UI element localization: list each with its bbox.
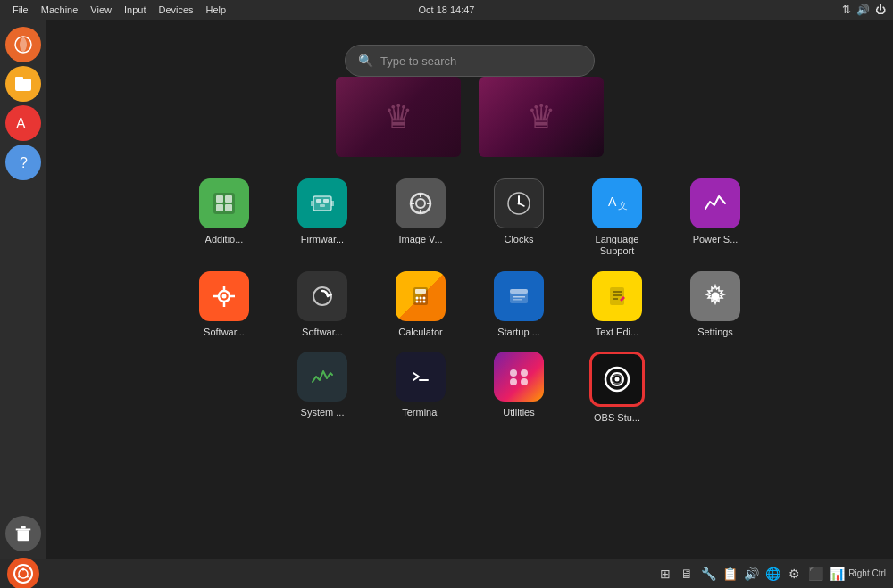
firmware-icon — [297, 178, 347, 228]
ubuntu-logo[interactable] — [7, 558, 39, 589]
tray-icon-2[interactable]: 🖥 — [677, 564, 697, 584]
language-icon: A 文 — [592, 178, 642, 228]
app-firmware[interactable]: Firmwar... — [287, 178, 358, 257]
recent-thumb-1[interactable]: ♛ — [336, 77, 461, 157]
obs-label: OBS Stu... — [594, 412, 640, 423]
tray-icon-4[interactable]: 📋 — [720, 564, 739, 584]
tray-icon-5[interactable]: 🔊 — [741, 564, 761, 584]
svg-point-42 — [423, 297, 426, 300]
app-systemmonitor[interactable]: System ... — [287, 352, 358, 423]
svg-rect-9 — [216, 195, 223, 203]
svg-point-62 — [615, 377, 620, 382]
svg-rect-39 — [415, 289, 426, 294]
svg-point-59 — [521, 378, 528, 385]
menu-help[interactable]: Help — [201, 3, 232, 17]
crown-icon-1: ♛ — [384, 98, 413, 136]
svg-point-28 — [518, 203, 521, 205]
top-clock: Oct 18 14:47 — [419, 4, 475, 15]
app-terminal[interactable]: Terminal — [385, 352, 456, 423]
tray-icon-7[interactable]: ⚙ — [784, 564, 804, 584]
power-icon-app — [690, 178, 740, 228]
right-ctrl-label: Right Ctrl — [848, 568, 886, 578]
sidebar-app-appstore[interactable]: A — [5, 105, 41, 141]
menu-view[interactable]: View — [85, 3, 117, 17]
sidebar-app-firefox[interactable] — [5, 27, 41, 62]
software-update-icon — [297, 271, 347, 321]
thumb-bg-2: ♛ — [479, 77, 604, 157]
svg-text:A: A — [16, 116, 26, 131]
obs-icon — [589, 352, 645, 407]
search-bar[interactable]: 🔍 Type to search — [345, 45, 595, 77]
app-software-props[interactable]: Softwar... — [188, 271, 260, 337]
svg-rect-12 — [225, 204, 232, 211]
app-obs[interactable]: OBS Stu... — [581, 352, 653, 423]
tray-icon-3[interactable]: 🔧 — [698, 564, 718, 584]
svg-rect-11 — [216, 204, 223, 211]
terminal-label: Terminal — [402, 407, 439, 418]
sidebar-app-files[interactable] — [5, 66, 41, 102]
volume-icon[interactable]: 🔊 — [856, 4, 870, 16]
power-icon[interactable]: ⏻ — [875, 4, 886, 16]
svg-point-65 — [22, 567, 25, 570]
svg-point-67 — [18, 575, 21, 577]
app-calculator[interactable]: Calculator — [385, 271, 456, 337]
tray-icon-9[interactable]: 📊 — [827, 564, 847, 584]
app-clocks[interactable]: Clocks — [483, 178, 555, 257]
app-settings[interactable]: Settings — [680, 271, 751, 337]
menu-machine[interactable]: Machine — [36, 3, 84, 17]
svg-text:?: ? — [20, 155, 28, 170]
svg-rect-6 — [16, 529, 31, 531]
menu-file[interactable]: File — [7, 3, 34, 17]
bottom-taskbar: ⊞ 🖥 🔧 📋 🔊 🌐 ⚙ ⬛ 📊 Right Ctrl — [0, 559, 893, 588]
svg-point-32 — [222, 294, 227, 299]
crown-icon-2: ♛ — [527, 98, 555, 136]
app-power[interactable]: Power S... — [680, 178, 751, 257]
svg-point-66 — [26, 575, 29, 577]
menu-input[interactable]: Input — [119, 3, 151, 17]
calculator-label: Calculator — [398, 327, 443, 337]
software-props-icon — [199, 271, 249, 321]
additio-label: Additio... — [205, 234, 244, 244]
systemmonitor-icon — [297, 352, 347, 402]
svg-rect-49 — [513, 299, 522, 301]
app-imageviewer[interactable]: Image V... — [385, 178, 456, 257]
svg-point-57 — [521, 369, 528, 377]
menu-devices[interactable]: Devices — [153, 3, 198, 17]
app-utilities[interactable]: Utilities — [483, 352, 555, 423]
systemmonitor-label: System ... — [301, 407, 345, 418]
startup-label: Startup ... — [497, 327, 540, 337]
svg-point-20 — [416, 199, 425, 208]
app-texteditor[interactable]: Text Edi... — [581, 271, 653, 337]
svg-rect-48 — [513, 296, 525, 298]
sidebar-app-trash[interactable] — [5, 516, 41, 551]
network-icon[interactable]: ⇅ — [842, 4, 851, 16]
sidebar-bottom — [5, 516, 41, 551]
recent-thumbnails-row: ♛ ♛ — [46, 77, 893, 157]
svg-point-56 — [510, 369, 517, 377]
tray-icon-8[interactable]: ⬛ — [805, 564, 825, 584]
tray-icon-6[interactable]: 🌐 — [763, 564, 782, 584]
sidebar-app-help[interactable]: ? — [5, 145, 41, 180]
apps-row-1: Additio... Firmwar... — [46, 178, 893, 257]
app-startup[interactable]: Startup ... — [483, 271, 555, 337]
language-label: Language Support — [581, 234, 653, 257]
settings-label: Settings — [697, 327, 733, 337]
svg-point-54 — [712, 293, 720, 301]
texteditor-label: Text Edi... — [596, 327, 638, 337]
svg-rect-18 — [331, 201, 334, 206]
recent-thumb-2[interactable]: ♛ — [479, 77, 604, 157]
svg-rect-2 — [15, 77, 23, 81]
app-software-update[interactable]: Softwar... — [287, 271, 358, 337]
app-additio[interactable]: Additio... — [188, 178, 260, 257]
search-icon: 🔍 — [358, 54, 373, 68]
software-props-label: Softwar... — [204, 327, 245, 337]
main-content: 🔍 Type to search ♛ ♛ — [46, 20, 893, 559]
svg-rect-13 — [313, 196, 331, 211]
apps-row-3: System ... Terminal Utilitie — [46, 352, 893, 423]
clocks-icon — [494, 178, 544, 228]
svg-rect-50 — [610, 287, 624, 305]
apps-row-2: Softwar... Softwar... — [46, 271, 893, 337]
app-language[interactable]: A 文 Language Support — [581, 178, 653, 257]
svg-rect-5 — [18, 530, 29, 541]
tray-icon-1[interactable]: ⊞ — [655, 564, 675, 584]
